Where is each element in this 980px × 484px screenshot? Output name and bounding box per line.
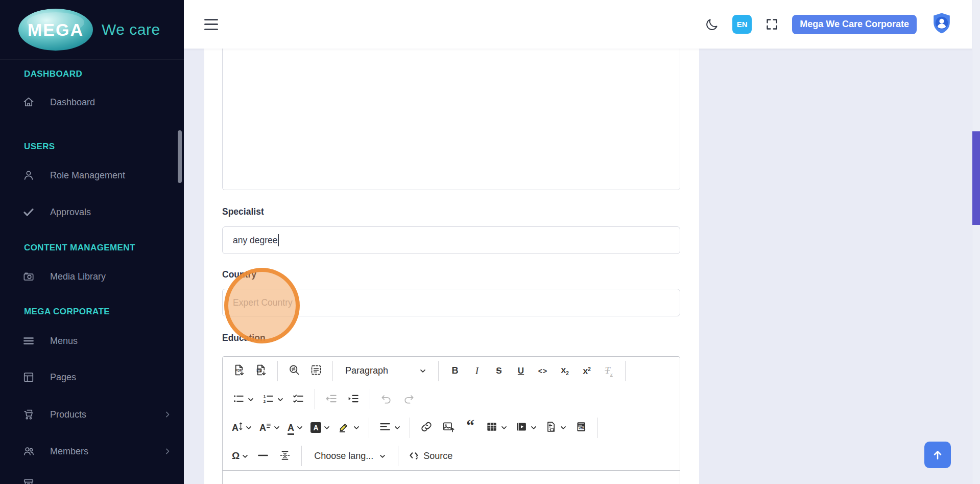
redo-button[interactable] xyxy=(398,388,419,410)
paragraph-dropdown-button[interactable]: Paragraph xyxy=(339,360,432,382)
code-button[interactable]: <> xyxy=(533,360,553,382)
page-scrollbar[interactable] xyxy=(972,0,980,484)
superscript-icon: X2 xyxy=(583,366,591,376)
toolbar-row-4: ΩChoose lang...Source xyxy=(226,442,677,471)
undo-icon xyxy=(380,392,393,407)
toolbar-separator xyxy=(277,361,278,381)
svg-text:1: 1 xyxy=(264,394,266,399)
sidebar-item-media-library[interactable]: Media Library xyxy=(0,269,184,284)
export-pdf-button[interactable]: PDF xyxy=(229,360,249,382)
underline-icon: U xyxy=(518,366,524,376)
undo-button[interactable] xyxy=(376,388,397,410)
insert-table-button[interactable] xyxy=(482,417,510,439)
strikethrough-button[interactable]: S xyxy=(489,360,509,382)
specialist-value: any degree xyxy=(233,235,278,246)
link-button[interactable] xyxy=(416,417,437,439)
toolbar-separator xyxy=(332,361,333,381)
font-size-button[interactable]: A xyxy=(229,417,255,439)
sidebar-item-menus[interactable]: Menus xyxy=(0,334,184,348)
sidebar: MEGA We care DASHBOARDDashboardUSERSRole… xyxy=(0,0,184,484)
select-all-button[interactable] xyxy=(306,360,326,382)
fullscreen-icon xyxy=(765,17,779,31)
font-background-icon: A xyxy=(310,422,321,433)
svg-text:MEGA: MEGA xyxy=(28,20,84,39)
chevron-down-icon xyxy=(420,367,426,375)
fullscreen-button[interactable] xyxy=(765,17,779,31)
moon-icon xyxy=(705,17,719,32)
toolbar-separator xyxy=(438,361,439,381)
text-alignment-button[interactable] xyxy=(375,417,403,439)
box-icon xyxy=(21,476,36,484)
subscript-button[interactable]: X2 xyxy=(555,360,575,382)
sidebar-item-dashboard[interactable]: Dashboard xyxy=(0,95,184,109)
export-word-button[interactable]: W xyxy=(251,360,271,382)
scroll-to-top-button[interactable] xyxy=(924,442,951,468)
font-family-button[interactable]: A xyxy=(256,417,283,439)
font-color-button[interactable]: A xyxy=(284,417,306,439)
superscript-button[interactable]: X2 xyxy=(577,360,597,382)
editor-content-area[interactable] xyxy=(223,471,680,484)
align-icon xyxy=(378,420,392,435)
find-and-replace-button[interactable] xyxy=(284,360,304,382)
description-textarea[interactable] xyxy=(222,49,680,190)
sidebar-item-label: Role Management xyxy=(50,170,125,181)
main-content: Specialist any degree Country Expert Cou… xyxy=(184,49,980,484)
highlight-icon xyxy=(338,420,351,435)
brand-logo[interactable]: MEGA We care xyxy=(0,0,184,60)
horizontal-line-button[interactable] xyxy=(253,445,273,467)
sidebar-toggle-button[interactable] xyxy=(204,19,218,30)
toolbar-row-2: 12 xyxy=(226,385,677,414)
chevron-down-icon xyxy=(297,424,303,431)
dark-mode-toggle[interactable] xyxy=(705,17,719,32)
language-dropdown-button[interactable]: Choose lang... xyxy=(308,445,392,467)
todo-list-button[interactable] xyxy=(288,388,308,410)
special-characters-button[interactable]: Ω xyxy=(229,445,251,467)
html-embed-button[interactable]: HTML xyxy=(571,417,591,439)
find-replace-icon xyxy=(288,363,301,378)
language-switcher[interactable]: EN xyxy=(732,15,752,34)
sidebar-item-pages[interactable]: Pages xyxy=(0,370,184,384)
chevron-right-icon xyxy=(162,409,173,420)
insert-image-button[interactable] xyxy=(438,417,459,439)
horizontal-line-icon xyxy=(256,449,270,464)
remove-format-button[interactable]: Tx xyxy=(599,360,619,382)
numbered-list-button[interactable]: 12 xyxy=(258,388,286,410)
bulleted-list-button[interactable] xyxy=(229,388,257,410)
indent-button[interactable] xyxy=(343,388,364,410)
chevron-down-icon xyxy=(277,396,283,403)
special-characters-icon: Ω xyxy=(232,450,240,462)
font-background-color-button[interactable]: A xyxy=(307,417,333,439)
subscript-icon: X2 xyxy=(561,366,569,376)
sidebar-section-mega-corporate: MEGA CORPORATE xyxy=(24,307,110,317)
table-icon xyxy=(485,420,498,435)
sidebar-item-box[interactable] xyxy=(0,476,184,484)
brand-tagline: We care xyxy=(102,21,160,38)
sidebar-item-approvals[interactable]: Approvals xyxy=(0,205,184,219)
user-icon xyxy=(21,168,36,182)
check-icon xyxy=(21,205,36,219)
sidebar-item-products[interactable]: Products xyxy=(0,407,184,422)
underline-button[interactable]: U xyxy=(511,360,531,382)
font-family-icon: A xyxy=(259,422,271,433)
toolbar-button-label: Source xyxy=(423,451,452,462)
insert-media-button[interactable] xyxy=(512,417,540,439)
chevron-down-icon xyxy=(501,424,507,431)
code-block-button[interactable] xyxy=(541,417,569,439)
italic-button[interactable]: I xyxy=(467,360,487,382)
select-all-icon xyxy=(309,363,323,378)
outdent-button[interactable] xyxy=(321,388,342,410)
highlight-button[interactable] xyxy=(334,417,363,439)
sidebar-item-label: Dashboard xyxy=(50,97,95,108)
bold-button[interactable]: B xyxy=(445,360,465,382)
sidebar-section-dashboard: DASHBOARD xyxy=(24,69,82,79)
specialist-input[interactable]: any degree xyxy=(222,226,680,254)
block-quote-button[interactable]: “ xyxy=(460,417,481,439)
source-button[interactable]: Source xyxy=(404,445,456,467)
sidebar-item-role-management[interactable]: Role Management xyxy=(0,168,184,182)
page-scrollbar-thumb[interactable] xyxy=(972,131,980,225)
profile-avatar[interactable] xyxy=(930,12,953,37)
sidebar-scrollbar[interactable] xyxy=(178,130,182,183)
account-button[interactable]: Mega We Care Corporate xyxy=(792,15,917,34)
sidebar-item-members[interactable]: Members xyxy=(0,444,184,458)
page-break-button[interactable] xyxy=(275,445,295,467)
